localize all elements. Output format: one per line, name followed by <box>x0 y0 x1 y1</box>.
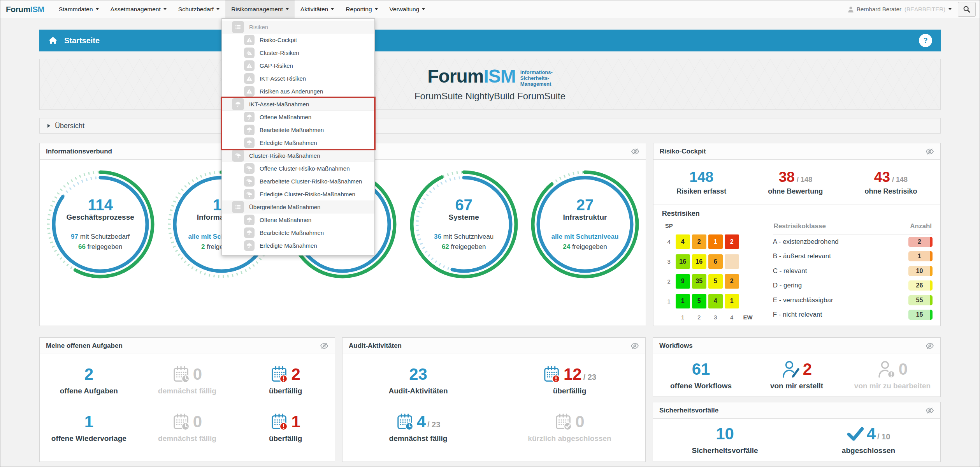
menu-item-ikt-asset-risiken[interactable]: IKT-Asset-Risiken <box>222 72 374 85</box>
gauge-gesch-ftsprozesse[interactable]: 114Geschäftsprozesse97 mit Schutzbedarf6… <box>42 166 159 283</box>
gauge-infrastruktur[interactable]: 27Infrastrukturalle mit Schutzniveau24 f… <box>527 166 643 283</box>
restrisiko-row-f[interactable]: F - nicht relevant15 <box>773 308 933 322</box>
cluster-umbrella-icon <box>244 189 255 199</box>
hide-widget-button[interactable] <box>926 147 934 156</box>
menu-item-gap-risiken[interactable]: GAP-Risiken <box>222 59 374 72</box>
card-header: Risiko-Cockpit <box>653 143 940 160</box>
help-button[interactable]: ? <box>919 34 932 47</box>
restrisiko-rows: A - existenzbedrohend2B - äußerst releva… <box>773 234 933 322</box>
menu-item-erledigte-ma-nahmen[interactable]: Erledigte Maßnahmen <box>222 136 374 149</box>
tile-sicherheitsvorf-lle[interactable]: 10Sicherheitsvorfälle <box>653 424 797 455</box>
matrix-cell-sp2-ew3[interactable]: 5 <box>708 274 723 289</box>
risk-stat-ohne-restrisiko[interactable]: 43/ 148ohne Restrisiko <box>864 170 917 196</box>
menu-group-ikt-asset-ma-nahmen[interactable]: IKT-Asset-Maßnahmen <box>222 98 374 111</box>
menu-item-erledigte-ma-nahmen[interactable]: Erledigte Maßnahmen <box>222 239 374 252</box>
uebersicht-label: Übersicht <box>55 122 84 130</box>
restrisiko-row-b[interactable]: B - äußerst relevant1 <box>773 249 933 264</box>
nav-item-assetmanagement[interactable]: Assetmanagement <box>105 0 172 18</box>
card-header: Meine offenen Aufgaben <box>40 338 335 354</box>
matrix-cell-sp1-ew4[interactable]: 1 <box>725 294 739 308</box>
tile-demn-chst-f-llig[interactable]: 0demnächst fällig <box>138 364 237 395</box>
menu-group-cluster-risiko-ma-nahmen[interactable]: Cluster-Risiko-Maßnahmen <box>222 149 374 162</box>
cluster-umbrella-icon <box>244 163 255 174</box>
banner-logo-forum: Forum <box>427 66 483 86</box>
count-badge: 26 <box>908 280 933 291</box>
matrix-cell-sp4-ew4[interactable]: 2 <box>725 234 739 249</box>
nav-item-aktivit-ten[interactable]: Aktivitäten <box>295 0 340 18</box>
restrisiko-row-c[interactable]: C - relevant10 <box>773 264 933 278</box>
tile-berf-llig[interactable]: 12/ 23überfällig <box>494 364 645 395</box>
matrix-cell-sp3-ew1[interactable]: 16 <box>676 254 690 269</box>
calendar-alert-icon <box>270 413 288 431</box>
risk-warning-icon <box>244 86 255 97</box>
nav-item-schutzbedarf[interactable]: Schutzbedarf <box>172 0 225 18</box>
gauge-systeme[interactable]: 67Systeme36 mit Schutzniveau62 freigegeb… <box>406 166 522 283</box>
matrix-cell-sp1-ew1[interactable]: 1 <box>676 294 690 308</box>
tile-demn-chst-f-llig[interactable]: 0demnächst fällig <box>138 412 237 443</box>
tile-von-mir-zu-bearbeiten[interactable]: 0von mir zu bearbeiten <box>845 359 940 390</box>
menu-item-risiken-aus-nderungen[interactable]: Risiken aus Änderungen <box>222 85 374 98</box>
list-icon <box>232 21 244 33</box>
risk-warning-icon <box>244 73 255 84</box>
hide-widget-button[interactable] <box>631 147 639 156</box>
matrix-cell-sp2-ew2[interactable]: 35 <box>692 274 706 289</box>
tile-berf-llig[interactable]: 1überfällig <box>236 412 335 443</box>
menu-section-cluster-risiko-ma-nahmen: Cluster-Risiko-MaßnahmenOffene Cluster-R… <box>222 149 374 201</box>
matrix-cell-sp2-ew4[interactable]: 2 <box>725 274 739 289</box>
menu-item-offene-ma-nahmen[interactable]: Offene Maßnahmen <box>222 111 374 123</box>
restrisiko-row-a[interactable]: A - existenzbedrohend2 <box>773 234 933 249</box>
tile-k-rzlich-abgeschlossen[interactable]: 0kürzlich abgeschlossen <box>494 412 645 443</box>
menu-item-offene-cluster-risiko-ma-nahmen[interactable]: Offene Cluster-Risiko-Maßnahmen <box>222 162 374 175</box>
breadcrumb[interactable]: Startseite <box>64 36 100 45</box>
matrix-cell-sp1-ew2[interactable]: 5 <box>692 294 706 308</box>
tile-offene-aufgaben[interactable]: 2offene Aufgaben <box>40 364 138 395</box>
matrix-cell-sp4-ew3[interactable]: 1 <box>708 234 723 249</box>
user-menu[interactable]: Bernhard Berater (BEARBEITER) <box>848 6 952 12</box>
menu-item-erledigte-cluster-risiko-ma-nahmen[interactable]: Erledigte Cluster-Risiko-Maßnahmen <box>222 188 374 201</box>
matrix-cell-sp1-ew3[interactable]: 4 <box>708 294 723 308</box>
matrix-cell-sp4-ew1[interactable]: 4 <box>676 234 690 249</box>
restrisiko-row-e[interactable]: E - vernachlässigbar55 <box>773 293 933 308</box>
matrix-x-axis-label: EW <box>743 314 753 321</box>
tile-offene-wiedervorlage[interactable]: 1offene Wiedervorlage <box>40 412 138 443</box>
menu-item-cluster-risiken[interactable]: Cluster-Risiken <box>222 46 374 59</box>
menu-group-bergreifende-ma-nahmen[interactable]: Übergreifende Maßnahmen <box>222 201 374 213</box>
matrix-cell-sp3-ew2[interactable]: 16 <box>692 254 706 269</box>
nav-item-risikomanagement[interactable]: Risikomanagement <box>225 0 295 18</box>
tile-berf-llig[interactable]: 2überfällig <box>236 364 335 395</box>
hide-widget-button[interactable] <box>631 342 639 350</box>
nav-item-reporting[interactable]: Reporting <box>340 0 383 18</box>
menu-item-risiko-cockpit[interactable]: Risiko-Cockpit <box>222 33 374 46</box>
tile-offene-workflows[interactable]: 61offene Workflows <box>653 359 749 390</box>
menu-item-offene-ma-nahmen[interactable]: Offene Maßnahmen <box>222 213 374 226</box>
risk-stat-risiken-erfasst[interactable]: 148Risiken erfasst <box>676 170 726 196</box>
tile-demn-chst-f-llig[interactable]: 4/ 23demnächst fällig <box>342 412 494 443</box>
app-logo[interactable]: ForumISM <box>0 0 53 18</box>
hide-widget-button[interactable] <box>320 342 328 350</box>
tile-abgeschlossen[interactable]: 4/ 10abgeschlossen <box>797 424 940 455</box>
risk-stat-ohne-bewertung[interactable]: 38/ 148ohne Bewertung <box>768 170 823 196</box>
hide-widget-button[interactable] <box>926 342 934 350</box>
uebersicht-toggle[interactable]: Übersicht <box>39 118 941 134</box>
nav-item-stammdaten[interactable]: Stammdaten <box>53 0 105 18</box>
matrix-cell-sp3-ew4[interactable] <box>725 254 739 269</box>
menu-group-risiken[interactable]: Risiken <box>222 21 374 33</box>
tile-value: 0 <box>575 414 584 430</box>
menu-item-bearbeitete-cluster-risiko-ma-nahmen[interactable]: Bearbeitete Cluster-Risiko-Maßnahmen <box>222 175 374 188</box>
tile-audit-aktivit-ten[interactable]: 23Audit-Aktivitäten <box>342 364 494 395</box>
menu-item-bearbeitete-ma-nahmen[interactable]: Bearbeitete Maßnahmen <box>222 123 374 136</box>
matrix-cell-sp2-ew1[interactable]: 9 <box>676 274 690 289</box>
matrix-cell-sp4-ew2[interactable]: 2 <box>692 234 706 249</box>
gauge-label: Infrastruktur <box>551 213 619 222</box>
restrisiko-row-d[interactable]: D - gering26 <box>773 278 933 293</box>
tile-von-mir-erstellt[interactable]: 2von mir erstellt <box>749 359 845 390</box>
tile-label: kürzlich abgeschlossen <box>528 434 611 443</box>
hide-widget-button[interactable] <box>926 406 934 415</box>
count-badge: 10 <box>908 266 933 276</box>
restrisiko-table: Restrisikoklasse Anzahl A - existenzbedr… <box>773 221 933 322</box>
matrix-cell-sp3-ew3[interactable]: 6 <box>708 254 723 269</box>
menu-section-ikt-asset-ma-nahmen: IKT-Asset-MaßnahmenOffene MaßnahmenBearb… <box>222 98 374 149</box>
menu-item-bearbeitete-ma-nahmen[interactable]: Bearbeitete Maßnahmen <box>222 226 374 239</box>
search-button[interactable] <box>958 2 976 17</box>
nav-item-verwaltung[interactable]: Verwaltung <box>384 0 431 18</box>
